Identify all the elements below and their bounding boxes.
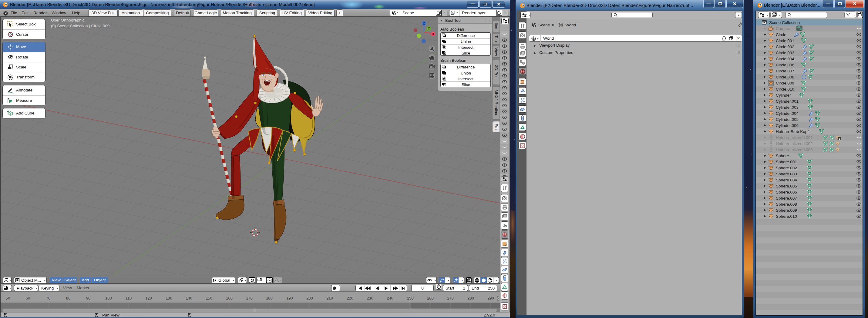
svg-text:120: 120 [145,296,152,301]
svg-text:200: 200 [306,296,313,301]
svg-text:Sphere.009: Sphere.009 [776,208,797,213]
svg-text:Cylinder.001: Cylinder.001 [776,99,799,104]
svg-text:Circle.001: Circle.001 [776,38,794,43]
svg-text:Circle.008: Circle.008 [776,75,794,79]
svg-text:Camera: Camera [776,26,790,31]
svg-text:Sphere.004: Sphere.004 [776,178,797,182]
svg-text:Circle.009: Circle.009 [776,81,794,85]
svg-text:Sphere.010: Sphere.010 [776,214,797,219]
svg-text:70: 70 [46,296,50,301]
svg-text:170: 170 [246,296,253,301]
svg-text:Circle.010: Circle.010 [776,87,794,92]
svg-text:110: 110 [126,296,132,301]
svg-text:Sphere.003: Sphere.003 [776,172,797,176]
svg-text:260: 260 [427,296,434,301]
svg-text:Sphere.008: Sphere.008 [776,202,797,207]
svg-text:Cylinder: Cylinder [776,93,791,98]
svg-text:Scene Collection: Scene Collection [769,20,800,25]
svg-text:280: 280 [467,296,474,301]
svg-text:Circle.006: Circle.006 [776,63,794,67]
svg-text:90: 90 [86,296,90,301]
svg-text:Sphere.002: Sphere.002 [776,166,797,170]
svg-text:Sphere.007: Sphere.007 [776,196,797,201]
svg-text:160: 160 [226,296,232,301]
svg-text:150: 150 [206,296,212,301]
svg-text:Sphere.005: Sphere.005 [776,184,797,188]
svg-text:80: 80 [66,296,70,301]
svg-text:250: 250 [407,296,414,301]
svg-text:190: 190 [286,296,293,301]
svg-text:270: 270 [447,296,454,301]
svg-text:290: 290 [487,296,494,301]
svg-text:240: 240 [387,296,393,301]
svg-text:Cylinder.006: Cylinder.006 [776,123,799,128]
svg-text:▾: ▾ [779,14,780,17]
svg-text:X: X [432,32,434,36]
svg-text:Sphere: Sphere [776,153,789,158]
svg-text:Hofnarr_sitzend.003: Hofnarr_sitzend.003 [776,147,813,152]
svg-text:Circle: Circle [776,32,786,37]
svg-text:(0) Scene Collection | Circle.: (0) Scene Collection | Circle.009 [51,24,110,28]
svg-text:Hofnarr Stab Kopf: Hofnarr Stab Kopf [776,129,809,134]
svg-text:Cylinder.003: Cylinder.003 [776,105,799,110]
svg-text:Circle.007: Circle.007 [776,69,794,73]
svg-text:▾: ▾ [767,14,768,17]
svg-text:Hofnarr_sitzend.002: Hofnarr_sitzend.002 [776,141,813,146]
svg-text:Cylinder.004: Cylinder.004 [776,111,799,116]
svg-text:50: 50 [6,296,10,301]
svg-text:140: 140 [186,296,192,301]
svg-text:Circle.002: Circle.002 [776,44,794,49]
svg-text:Z: Z [423,22,425,25]
svg-text:130: 130 [165,296,172,301]
svg-text:60: 60 [26,296,30,301]
svg-text:Circle.003: Circle.003 [776,50,794,55]
svg-text:230: 230 [367,296,373,301]
svg-text:5: 5 [839,137,840,140]
svg-text:210: 210 [326,296,333,301]
svg-text:180: 180 [266,296,273,301]
svg-text:Sphere.001: Sphere.001 [776,160,797,164]
svg-text:User Orthographic: User Orthographic [51,18,85,23]
svg-text:100: 100 [105,296,112,301]
svg-text:Cylinder.005: Cylinder.005 [776,117,799,122]
svg-text:▾: ▾ [854,14,855,17]
svg-text:220: 220 [347,296,353,301]
svg-text:Circle.004: Circle.004 [776,57,794,61]
svg-text:Hofnarr_sitzend.001: Hofnarr_sitzend.001 [776,135,813,140]
svg-text:Y: Y [428,27,430,30]
svg-text:Sphere.006: Sphere.006 [776,190,797,195]
